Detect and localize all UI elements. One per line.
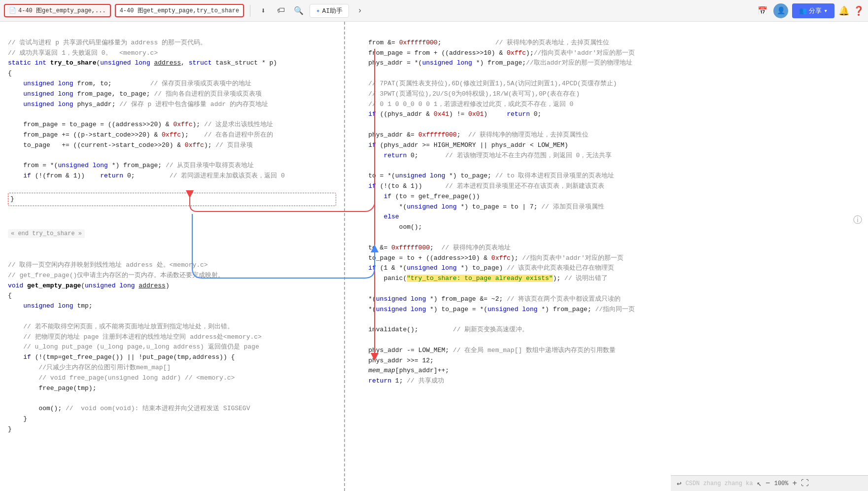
bottom-toolbar: ↩ CSDN zhang zhang ka ↖ − 100% + ⛶ [671,475,868,491]
zoom-level: 100% [774,480,789,487]
tag-icon[interactable]: 🏷 [274,4,288,18]
left-code-block: // 尝试与进程 p 共享源代码里偏移量为 address 的那一页代码。 //… [8,28,336,227]
help-icon[interactable]: ❓ [853,5,864,16]
left-panel[interactable]: // 尝试与进程 p 共享源代码里偏移量为 address 的那一页代码。 //… [0,22,345,491]
info-icon[interactable]: ⓘ [853,214,862,226]
left-code-block-2: // 取得一页空闲内存并映射到线性地址 address 处。<memory.c>… [8,250,336,445]
notification-icon[interactable]: 🔔 [838,5,849,16]
ai-icon: ✦ [316,6,320,15]
cursor-icon[interactable]: ↖ [757,479,762,489]
tab-dropdown[interactable]: 4-40 图get_empty_page,try_to_share [115,4,244,17]
main-area: // 尝试与进程 p 共享源代码里偏移量为 address 的那一页代码。 //… [0,22,868,491]
calendar-icon[interactable]: 📅 [756,4,769,18]
ai-assistant-button[interactable]: ✦ AI助手 [310,4,349,18]
zoom-minus-icon[interactable]: − [765,479,770,488]
chevron-right-icon[interactable]: › [353,4,367,18]
tab-dropdown-label: 4-40 图get_empty_page,try_to_share [120,6,239,15]
zoom-plus-icon[interactable]: + [793,479,798,488]
right-panel[interactable]: from &= 0xfffff000; // 获得纯净的页表地址，去掉页属性位 … [345,22,868,491]
toolbar-right: 📅 👤 👥 分享 ▾ 🔔 ❓ [756,3,864,18]
share-icon: 👥 [799,7,807,15]
tab-label: 4-40 图get_empty_page,... [18,6,106,15]
tab-icon: 📄 [9,7,16,14]
end-tag-try-to-share: « end try_to_share » [8,229,85,238]
search-icon[interactable]: 🔍 [292,4,306,18]
watermark-text: CSDN zhang zhang ka [686,480,753,487]
share-button[interactable]: 👥 分享 ▾ [792,3,834,18]
download-icon[interactable]: ⬇ [256,4,270,18]
fullscreen-icon[interactable]: ⛶ [801,479,809,488]
share-chevron: ▾ [824,7,828,15]
share-label: 分享 [809,6,822,15]
avatar[interactable]: 👤 [773,3,788,18]
toolbar: 📄 4-40 图get_empty_page,... 4-40 图get_emp… [0,0,868,22]
undo-icon[interactable]: ↩ [677,479,682,489]
right-code-block: from &= 0xfffff000; // 获得纯净的页表地址，去掉页属性位 … [353,28,860,397]
ai-label: AI助手 [322,6,343,15]
tab-active[interactable]: 📄 4-40 图get_empty_page,... [4,4,111,17]
separator [250,5,250,17]
